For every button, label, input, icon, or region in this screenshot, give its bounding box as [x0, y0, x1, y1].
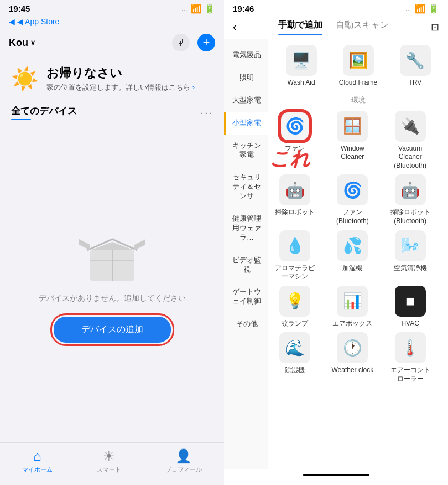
device-sweeper-robot[interactable]: 🤖 掃除ロボット — [273, 174, 317, 225]
cat-denki[interactable]: 電気製品 — [224, 44, 268, 66]
welcome-section: ☀️ お帰りなさい 家の位置を設定します。詳しい情報はこちら › — [0, 56, 224, 98]
welcome-link[interactable]: › — [192, 83, 195, 91]
cat-kitchen[interactable]: キッチン家電 — [224, 135, 268, 167]
device-mosquito[interactable]: 💡 蚊ランプ — [273, 286, 317, 328]
home-indicator-right — [303, 474, 369, 476]
nav-item-profile[interactable]: 👤 プロフィール — [165, 448, 202, 474]
cat-gate[interactable]: ゲートウェイ制御 — [224, 281, 268, 313]
device-wash-aid[interactable]: 🖥️ Wash Aid — [279, 45, 324, 87]
main-header-left: Kou ∨ 🎙 + — [0, 29, 224, 56]
tab-manual[interactable]: 手動で追加 — [278, 19, 322, 34]
dehumidifier-icon: 🌊 — [279, 332, 310, 363]
more-options-icon[interactable]: ··· — [200, 106, 213, 119]
time-left: 19:45 — [9, 4, 30, 13]
signal-dots-right: ... — [405, 5, 413, 13]
right-tabs: 手動で追加 自動スキャン — [278, 19, 389, 39]
trv-label: TRV — [409, 79, 422, 87]
cat-health[interactable]: 健康管理用ウェァラ… — [224, 208, 268, 249]
cat-chiisai[interactable]: 小型家電 — [224, 112, 268, 135]
microphone-button[interactable]: 🎙 — [172, 34, 190, 51]
welcome-text: お帰りなさい 家の位置を設定します。詳しい情報はこちら › — [46, 65, 195, 92]
cat-other[interactable]: その他 — [224, 313, 268, 336]
vacuum-bt-label: Vacuum Cleaner(Bluetooth) — [388, 145, 433, 171]
status-bar-right: 19:46 ... 📶 🔋 — [224, 0, 448, 16]
category-sidebar: 電気製品 照明 大型家電 小型家電 キッチン家電 セキュリティ＆センサ 健康管理… — [224, 39, 268, 469]
status-bar-left: 19:45 ... 📶 🔋 — [0, 0, 224, 16]
nav-label-smart: スマート — [97, 466, 121, 474]
welcome-title: お帰りなさい — [46, 65, 195, 81]
device-aroma[interactable]: 💧 アロマテラビーマシン — [273, 230, 317, 281]
device-air-controller[interactable]: 🌡️ エアーコントローラー — [388, 332, 433, 383]
devices-title-wrapper: 全てのデバイス — [11, 105, 77, 120]
cat-shomei[interactable]: 照明 — [224, 66, 268, 89]
humidifier-label: 加湿機 — [342, 264, 362, 273]
wash-aid-icon: 🖥️ — [286, 45, 317, 76]
window-cleaner-label: Window Cleaner — [330, 145, 374, 162]
nav-item-home[interactable]: ⌂ マイホーム — [22, 448, 53, 474]
device-weather-clock[interactable]: 🕐 Weather clock — [330, 332, 374, 383]
section-label-kankyo: 環境 — [273, 95, 444, 105]
right-header: ‹ 手動で追加 自動スキャン ⊡ — [224, 16, 448, 39]
nav-label-profile: プロフィール — [165, 466, 202, 474]
window-cleaner-icon: 🪟 — [337, 111, 368, 142]
top-devices-row: 🖥️ Wash Aid 🖼️ Cloud Frame 🔧 TRV — [273, 45, 444, 87]
fan-bt-icon: 🌀 — [337, 174, 368, 205]
right-panel: 19:46 ... 📶 🔋 ‹ 手動で追加 自動スキャン ⊡ 電気製品 照明 大… — [224, 0, 448, 485]
grid-area: 🖥️ Wash Aid 🖼️ Cloud Frame 🔧 TRV 環境 � — [268, 39, 448, 469]
back-icon-right[interactable]: ‹ — [233, 20, 237, 38]
fan-label: ファン — [285, 145, 305, 153]
signal-icons-left: ... 📶 🔋 — [181, 3, 215, 14]
signal-dots-left: ... — [181, 5, 189, 13]
user-name[interactable]: Kou ∨ — [9, 37, 35, 49]
device-sweeper-bt[interactable]: 🤖 掃除ロボット(Bluetooth) — [388, 174, 433, 225]
add-button[interactable]: + — [197, 34, 215, 51]
bottom-nav-left: ⌂ マイホーム ☀ スマート 👤 プロフィール — [0, 442, 224, 485]
nav-item-smart[interactable]: ☀ スマート — [97, 448, 121, 474]
cat-video[interactable]: ビデオ監視 — [224, 249, 268, 281]
profile-icon: 👤 — [175, 448, 192, 464]
battery-icon-left: 🔋 — [204, 3, 215, 14]
device-cloud-frame[interactable]: 🖼️ Cloud Frame — [336, 45, 381, 87]
cloud-frame-label: Cloud Frame — [339, 79, 377, 87]
cat-okii[interactable]: 大型家電 — [224, 89, 268, 112]
air-box-icon: 📊 — [337, 286, 368, 317]
air-cleaner-icon: 🌬️ — [395, 230, 426, 261]
devices-title: 全てのデバイス — [11, 105, 77, 117]
mosquito-icon: 💡 — [279, 286, 310, 317]
device-fan-bt[interactable]: 🌀 ファン(Bluetooth) — [330, 174, 374, 225]
device-hvac[interactable]: ■ HVAC — [388, 286, 433, 328]
dehumidifier-label: 除湿機 — [285, 366, 305, 375]
device-fan[interactable]: 🌀 ファン — [273, 111, 317, 171]
home-icon: ⌂ — [33, 448, 41, 464]
device-dehumidifier[interactable]: 🌊 除湿機 — [273, 332, 317, 383]
add-device-btn-ring — [50, 313, 174, 346]
hvac-label: HVAC — [401, 319, 419, 328]
wash-aid-label: Wash Aid — [287, 79, 315, 87]
back-arrow-left: ◀ — [9, 17, 15, 26]
trv-icon: 🔧 — [400, 45, 431, 76]
sweeper-bt-icon: 🤖 — [395, 174, 426, 205]
sweeper-bt-label: 掃除ロボット(Bluetooth) — [390, 208, 430, 225]
cat-security[interactable]: セキュリティ＆センサ — [224, 166, 268, 208]
tab-auto[interactable]: 自動スキャン — [336, 19, 389, 34]
device-air-box[interactable]: 📊 エアボックス — [330, 286, 374, 328]
device-trv[interactable]: 🔧 TRV — [393, 45, 437, 87]
air-controller-label: エアーコントローラー — [388, 366, 433, 383]
aroma-label: アロマテラビーマシン — [273, 264, 317, 281]
air-box-label: エアボックス — [332, 319, 372, 328]
weather-clock-label: Weather clock — [331, 366, 373, 375]
expand-icon[interactable]: ⊡ — [431, 21, 439, 38]
device-air-cleaner[interactable]: 🌬️ 空気清浄機 — [388, 230, 433, 281]
empty-state-text: デバイスがありません。追加してください — [39, 293, 186, 303]
header-icons-right: 🎙 + — [172, 34, 215, 51]
device-humidifier[interactable]: 💦 加湿機 — [330, 230, 374, 281]
air-controller-icon: 🌡️ — [395, 332, 426, 363]
weather-clock-icon: 🕐 — [337, 332, 368, 363]
time-right: 19:46 — [233, 4, 254, 13]
humidifier-icon: 💦 — [337, 230, 368, 261]
app-store-bar[interactable]: ◀ ◀ App Store — [0, 16, 224, 29]
device-vacuum-bt[interactable]: 🔌 Vacuum Cleaner(Bluetooth) — [388, 111, 433, 171]
device-window-cleaner[interactable]: 🪟 Window Cleaner — [330, 111, 374, 171]
nav-label-home: マイホーム — [22, 466, 53, 474]
signal-icons-right: ... 📶 🔋 — [405, 3, 439, 14]
